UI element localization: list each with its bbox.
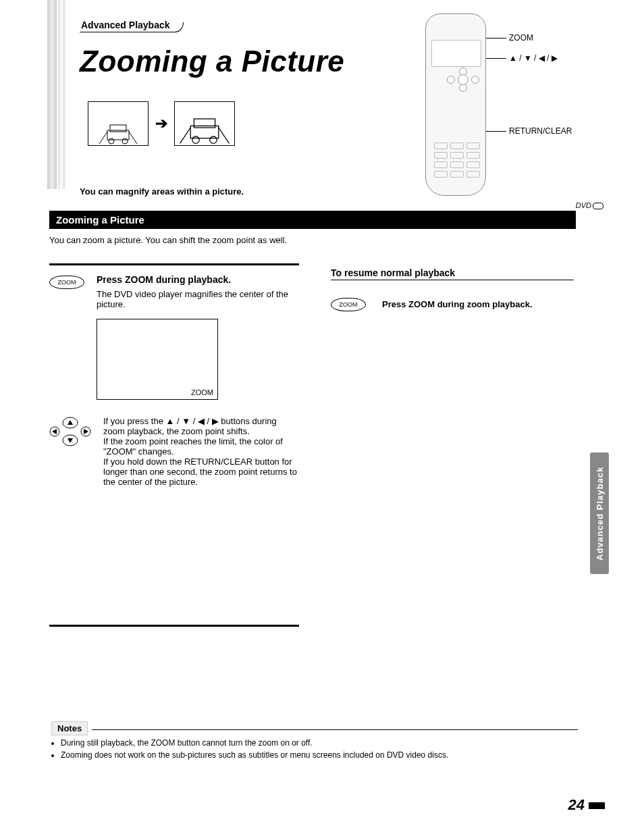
remote-label-zoom: ZOOM: [509, 33, 533, 43]
svg-marker-19: [84, 429, 88, 434]
remote-label-return: RETURN/CLEAR: [509, 126, 572, 136]
page-binding: [58, 0, 65, 189]
section-heading: Zooming a Picture: [49, 211, 576, 229]
svg-point-8: [192, 136, 199, 143]
svg-line-11: [219, 128, 230, 143]
dpad-icon: [49, 416, 91, 447]
svg-line-5: [129, 132, 137, 144]
page-title: Zooming a Picture: [80, 45, 417, 78]
step-1-body: The DVD video player magnifies the cente…: [97, 289, 299, 309]
side-tab: Advanced Playback: [590, 452, 609, 574]
divider: [49, 625, 299, 627]
svg-marker-16: [68, 420, 73, 425]
svg-marker-17: [68, 438, 73, 443]
notes-section: Notes During still playback, the ZOOM bu…: [51, 721, 578, 762]
svg-line-4: [99, 132, 107, 144]
page-binding: [47, 0, 57, 189]
resume-text: Press ZOOM during zoom playback.: [382, 299, 533, 309]
step-2-body: If you press the ▲ / ▼ / ◀ / ▶ buttons d…: [103, 416, 299, 487]
divider: [49, 263, 299, 265]
intro-text: You can zoom a picture. You can shift th…: [49, 235, 287, 245]
zoom-illustration: ➔: [88, 101, 235, 146]
svg-point-2: [109, 138, 114, 144]
remote-diagram: ZOOM ▲ / ▼ / ◀ / ▶ RETURN/CLEAR: [419, 14, 587, 209]
notes-heading: Notes: [51, 721, 88, 735]
remote-label-arrows: ▲ / ▼ / ◀ / ▶: [509, 53, 558, 63]
svg-line-10: [180, 128, 191, 143]
arrow-right-icon: ➔: [155, 115, 167, 132]
step-1-heading: Press ZOOM during playback.: [97, 274, 299, 285]
zoom-box-label: ZOOM: [191, 388, 213, 396]
svg-marker-18: [52, 429, 57, 434]
svg-point-9: [210, 136, 217, 143]
step-2: If you press the ▲ / ▼ / ◀ / ▶ buttons d…: [49, 416, 299, 487]
car-after: [174, 101, 235, 146]
note-item: Zooming does not work on the sub-picture…: [61, 750, 578, 760]
page-number: 24: [568, 796, 605, 814]
svg-point-3: [122, 138, 128, 144]
chapter-tag: Advanced Playback: [80, 20, 182, 32]
subtitle: You can magnify areas within a picture.: [80, 186, 244, 197]
resume-step: ZOOM Press ZOOM during zoom playback.: [331, 296, 574, 311]
zoom-preview-box: ZOOM: [97, 319, 218, 400]
car-before: [88, 101, 149, 146]
remote-keypad: [434, 142, 480, 178]
dvd-badge: DVD: [576, 201, 603, 209]
zoom-button-icon: ZOOM: [49, 276, 84, 289]
remote-body: [425, 14, 486, 196]
note-item: During still playback, the ZOOM button c…: [61, 738, 578, 748]
divider: [92, 729, 578, 730]
zoom-button-icon: ZOOM: [331, 298, 366, 311]
remote-dpad-area: [431, 40, 481, 67]
resume-heading: To resume normal playback: [331, 267, 574, 280]
step-1: ZOOM Press ZOOM during playback. The DVD…: [49, 274, 299, 400]
